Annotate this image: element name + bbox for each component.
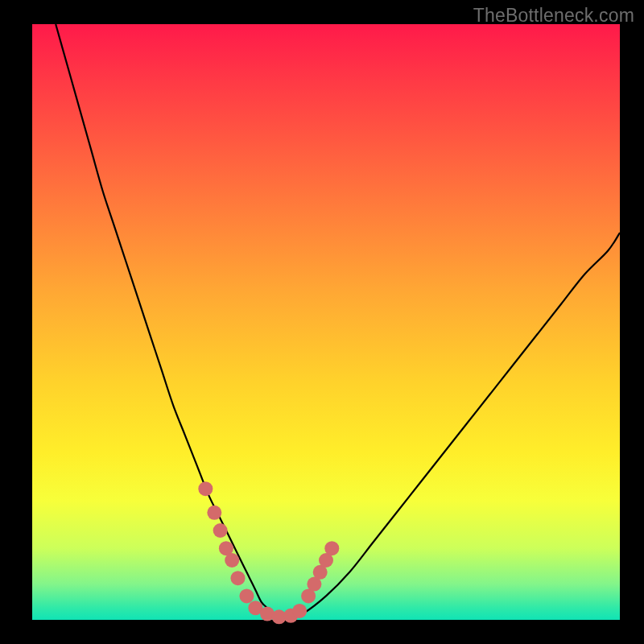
floor-1 — [239, 588, 254, 603]
left-dot-6 — [231, 571, 246, 585]
left-dot-1 — [198, 481, 213, 496]
watermark-text: TheBottleneck.com — [473, 5, 634, 27]
left-dot-3 — [213, 523, 228, 538]
chart-frame: TheBottleneck.com — [0, 0, 644, 644]
right-dot-5 — [324, 541, 339, 555]
floor-6 — [292, 604, 307, 618]
plot-area — [32, 24, 620, 620]
left-dot-2 — [207, 506, 221, 520]
bottleneck-curve — [56, 24, 620, 617]
curve-layer — [32, 24, 620, 620]
left-dot-5 — [225, 553, 239, 568]
